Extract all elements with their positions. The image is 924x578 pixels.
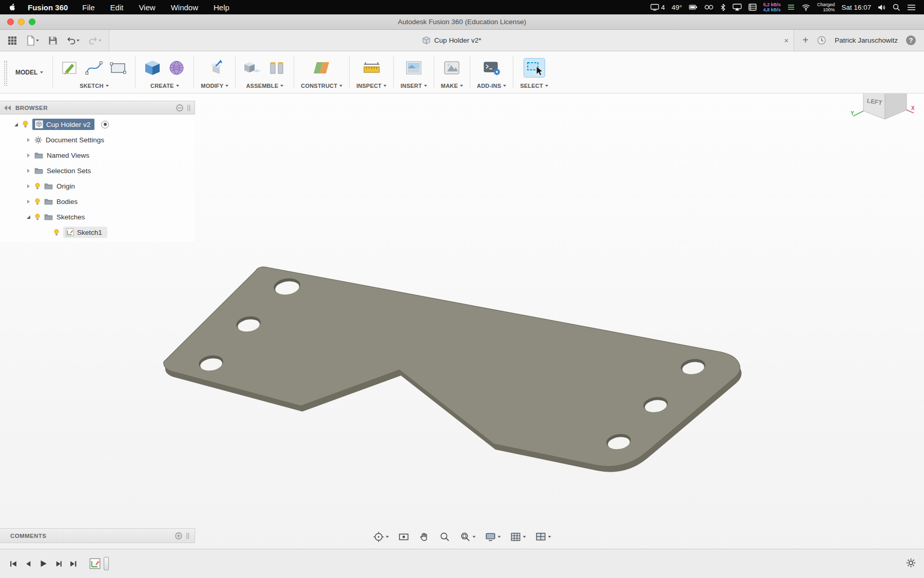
part-body[interactable]: [164, 267, 740, 466]
tree-closed-triangle-icon[interactable]: [26, 169, 30, 173]
viewports-button[interactable]: [534, 530, 553, 544]
toolbar-grip[interactable]: [4, 61, 7, 86]
menu-help[interactable]: Help: [214, 3, 229, 12]
comments-bar[interactable]: COMMENTS: [0, 528, 195, 543]
press-pull-icon[interactable]: [204, 59, 225, 77]
notification-center-icon[interactable]: [907, 4, 916, 11]
apple-menu-icon[interactable]: [8, 3, 16, 11]
timeline-feature-sketch1[interactable]: [89, 557, 109, 570]
battery-status[interactable]: Charged 100%: [817, 2, 835, 12]
history-clock-icon[interactable]: [817, 35, 826, 45]
new-body-box-icon[interactable]: [142, 59, 163, 77]
visibility-bulb-icon[interactable]: [34, 213, 41, 221]
addins-dropdown[interactable]: ADD-INS: [477, 83, 506, 89]
tree-row-sketches[interactable]: Sketches: [0, 209, 195, 225]
file-menu-button[interactable]: [25, 34, 41, 47]
data-panel-button[interactable]: [5, 34, 20, 47]
visibility-bulb-icon[interactable]: [53, 229, 60, 236]
tree-open-triangle-icon[interactable]: [26, 215, 31, 219]
insert-canvas-icon[interactable]: [403, 59, 424, 77]
close-window-button[interactable]: [7, 18, 14, 25]
spline-icon[interactable]: [84, 59, 104, 77]
wifi-icon[interactable]: [801, 4, 811, 11]
sketch1-item[interactable]: Sketch1: [63, 227, 107, 238]
undo-button[interactable]: [65, 35, 82, 46]
network-speed-indicator[interactable]: 5,2 kB/s 4,8 kB/s: [763, 2, 781, 12]
user-account-button[interactable]: Patrick Jaruschowitz: [835, 36, 898, 44]
visibility-bulb-icon[interactable]: [34, 182, 41, 190]
menu-view[interactable]: View: [139, 3, 155, 12]
airplay-icon[interactable]: [733, 4, 742, 11]
tree-row-named-views[interactable]: Named Views: [0, 147, 195, 163]
timeline-position-handle[interactable]: [104, 557, 109, 570]
new-component-icon[interactable]: [242, 59, 263, 77]
zoom-button[interactable]: [438, 530, 452, 544]
assemble-dropdown[interactable]: ASSEMBLE: [246, 83, 283, 89]
new-document-tab-button[interactable]: +: [802, 34, 808, 46]
battery-icon[interactable]: [689, 4, 698, 11]
pan-button[interactable]: [417, 530, 432, 544]
measure-icon[interactable]: [361, 59, 382, 77]
sketch-dropdown[interactable]: SKETCH: [80, 83, 108, 89]
tab-close-button[interactable]: ×: [784, 36, 789, 45]
server-icon[interactable]: [748, 4, 757, 11]
rectangle-tool-icon[interactable]: [108, 59, 128, 77]
visibility-bulb-icon[interactable]: [22, 120, 29, 128]
comments-expand-icon[interactable]: [175, 532, 182, 539]
create-sketch-icon[interactable]: [60, 59, 80, 77]
tree-open-triangle-icon[interactable]: [14, 122, 18, 127]
panel-resize-grip[interactable]: [187, 104, 190, 111]
modify-dropdown[interactable]: MODIFY: [201, 83, 228, 89]
menubar-app-name[interactable]: Fusion 360: [28, 3, 68, 12]
menu-file[interactable]: File: [82, 3, 94, 12]
workspace-selector[interactable]: MODEL: [10, 51, 52, 93]
root-component[interactable]: Cup Holder v2: [32, 119, 94, 130]
grid-snaps-button[interactable]: [509, 530, 528, 544]
timeline-step-forward-button[interactable]: [53, 558, 63, 569]
tree-closed-triangle-icon[interactable]: [26, 199, 30, 204]
construction-plane-icon[interactable]: [312, 59, 332, 77]
select-dropdown[interactable]: SELECT: [520, 83, 548, 89]
redo-button[interactable]: [87, 35, 104, 46]
temperature-indicator[interactable]: 49°: [671, 4, 682, 11]
list-indicator-icon[interactable]: [787, 4, 795, 10]
create-form-icon[interactable]: [166, 59, 187, 77]
tree-row-root[interactable]: Cup Holder v2: [0, 117, 195, 132]
menu-window[interactable]: Window: [171, 3, 198, 12]
tree-row-origin[interactable]: Origin: [0, 178, 195, 194]
tree-closed-triangle-icon[interactable]: [26, 184, 30, 189]
timeline-go-to-start-button[interactable]: [8, 558, 18, 569]
insert-dropdown[interactable]: INSERT: [400, 83, 427, 89]
comments-resize-grip[interactable]: [186, 532, 189, 539]
orbit-button[interactable]: [372, 530, 391, 544]
panel-options-icon[interactable]: [176, 104, 183, 111]
tree-closed-triangle-icon[interactable]: [26, 153, 30, 158]
timeline-go-to-end-button[interactable]: [68, 558, 78, 569]
viewcube[interactable]: LEFT Y X Z: [849, 94, 916, 132]
construct-dropdown[interactable]: CONSTRUCT: [301, 83, 342, 89]
display-settings-button[interactable]: [484, 530, 503, 544]
inspect-dropdown[interactable]: INSPECT: [356, 83, 387, 89]
viewcube-cube[interactable]: LEFT: [863, 94, 907, 119]
bluetooth-icon[interactable]: [720, 4, 726, 11]
help-button[interactable]: ?: [906, 35, 916, 45]
display-sync-indicator[interactable]: 4: [650, 4, 665, 11]
goggles-icon[interactable]: [704, 4, 714, 10]
make-3d-print-icon[interactable]: [441, 59, 462, 77]
select-tool-icon[interactable]: [524, 59, 545, 77]
zoom-window-button[interactable]: [29, 18, 35, 25]
collapse-panel-icon[interactable]: [4, 105, 11, 110]
menu-edit[interactable]: Edit: [110, 3, 124, 12]
tree-closed-triangle-icon[interactable]: [26, 138, 30, 142]
menubar-clock[interactable]: Sat 16:07: [841, 4, 871, 11]
fit-button[interactable]: [458, 530, 477, 544]
timeline-play-button[interactable]: [38, 558, 48, 569]
scripts-addins-icon[interactable]: [482, 59, 502, 77]
make-dropdown[interactable]: MAKE: [441, 83, 463, 89]
tree-row-document-settings[interactable]: Document Settings: [0, 132, 195, 147]
activate-component-radio[interactable]: [101, 121, 109, 128]
look-at-button[interactable]: [397, 530, 411, 544]
tree-row-selection-sets[interactable]: Selection Sets: [0, 163, 195, 178]
tree-row-sketch1[interactable]: Sketch1: [0, 225, 195, 240]
volume-icon[interactable]: [878, 4, 886, 11]
